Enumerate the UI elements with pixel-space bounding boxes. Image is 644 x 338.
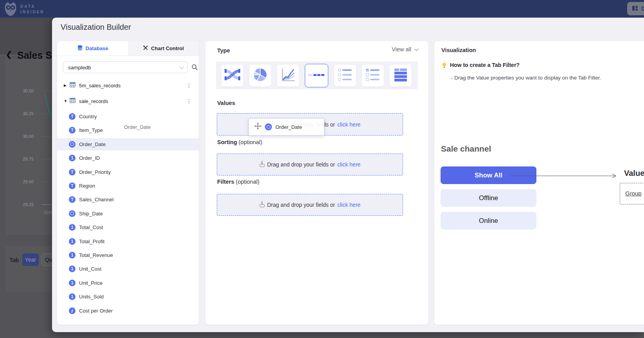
tab-database[interactable]: Database [57,41,128,56]
radio-filter-icon [338,68,353,83]
dashboard-button[interactable]: D [627,2,644,15]
background-year-button[interactable]: Year [22,253,39,266]
chart-type-strip: Tab [216,61,418,89]
values-section-label: Values [217,100,235,106]
field-name: Total_Profit [79,239,104,244]
line-chart-icon [280,67,296,84]
table-chart-icon [394,68,408,83]
table-name: 5m_sales_records [79,83,121,89]
field-row-Order_ID[interactable]: 1Order_ID [57,152,199,164]
tip-body: - Drag the Value properties you want to … [451,75,601,81]
text-field-icon: T [69,169,76,175]
field-name: Sales_Channel [79,197,113,202]
chevron-down-icon [414,47,419,51]
filters-section-label: Filters (optional) [217,179,259,185]
chart-type-tab-filter[interactable]: Tab [305,64,328,87]
chart-type-line-chart[interactable] [277,65,299,87]
tools-icon [143,45,148,52]
drag-hand-icon [259,201,265,209]
chart-type-checkbox-filter[interactable] [362,65,384,87]
tab-filter-icon: Tab [308,72,325,79]
filters-click-here-link[interactable]: click here [337,202,360,208]
chart-type-sankey-chart[interactable] [221,65,243,87]
move-icon [254,123,261,131]
dragged-field-label: Order_Date [275,124,302,130]
drag-hand-icon [259,161,265,168]
field-row-Total_Profit[interactable]: 1Total_Profit [57,235,199,248]
date-field-icon [265,123,272,130]
field-name: Region [79,183,95,189]
caret-down-icon[interactable]: ▼ [64,99,68,103]
text-field-icon: T [69,113,76,120]
field-row-Region[interactable]: TRegion [57,180,199,192]
top-navbar: DATAINSIDER D [0,0,644,18]
number-field-icon: 1 [69,280,76,286]
field-row-Order_Date[interactable]: Order_Date [57,138,199,150]
tab-chart-control[interactable]: Chart Control [128,41,199,56]
chart-type-radio-filter[interactable] [334,65,356,87]
field-name: Order_ID [79,155,100,161]
view-all-dropdown[interactable]: View all [392,46,417,52]
field-name: Item_Type [79,127,103,133]
table-row-sale_records[interactable]: ▼sale_records⋮ [57,96,199,107]
field-name: Total_Revenue [79,252,113,258]
caret-right-icon[interactable]: ▶ [64,83,68,87]
field-row-Order_Priority[interactable]: TOrder_Priority [57,166,199,178]
filters-dropzone[interactable]: Drag and drop your fields or click here [217,194,403,216]
field-name: Order_Priority [79,169,111,175]
sorting-placeholder: Drag and drop your fields or [267,161,335,168]
field-row-Sales_Channel[interactable]: TSales_Channel [57,193,199,206]
app-logo[interactable]: DATAINSIDER [4,1,45,18]
number-field-icon: 1 [69,252,76,258]
chart-type-table-chart[interactable] [390,65,412,87]
layout-icon [632,5,638,13]
table-icon [70,82,76,89]
sankey-chart-icon [225,67,240,84]
field-name: Unit_Cost [79,266,101,272]
background-tab-filter-card: Tab Year Qu [5,246,52,292]
database-panel: Database Chart Control sampledb [57,41,199,325]
database-select[interactable]: sampledb [63,61,188,73]
table-menu-icon[interactable]: ⋮ [186,98,192,104]
sorting-click-here-link[interactable]: click here [337,161,360,168]
field-name: Unit_Price [79,280,103,286]
field-row-Unit_Cost[interactable]: 1Unit_Cost [57,263,199,275]
filters-placeholder: Drag and drop your fields or [267,202,335,208]
chevron-down-icon [180,65,184,69]
chart-type-pie-chart[interactable] [249,65,271,87]
field-row-Units_Sold[interactable]: 1Units_Sold [57,291,199,303]
annotation-group-link[interactable]: Group [625,190,642,197]
field-row-Total_Revenue[interactable]: 1Total_Revenue [57,249,199,261]
number-field-icon: 1 [69,293,76,300]
option-button-offline[interactable]: Offline [441,189,536,207]
function-field-icon: ƒ [69,307,76,314]
values-click-here-link[interactable]: click here [337,121,360,128]
svg-text:Tab: Tab [308,74,312,76]
table-icon [70,98,76,105]
view-all-label: View all [392,46,411,52]
search-icon[interactable] [191,64,198,72]
field-row-Ship_Date[interactable]: Ship_Date [57,208,199,220]
table-menu-icon[interactable]: ⋮ [186,82,192,89]
date-field-icon [69,141,76,148]
field-row-Cost-per-Order[interactable]: ƒCost per Order [57,305,199,317]
option-button-online[interactable]: Online [441,212,536,230]
table-name: sale_records [79,98,108,104]
owl-logo-icon [4,1,17,18]
database-select-value: sampledb [68,65,91,70]
field-row-Country[interactable]: TCountry [57,110,199,123]
field-row-Total_Cost[interactable]: 1Total_Cost [57,221,199,233]
field-name: Units_Sold [79,294,104,300]
table-row-5m_sales_records[interactable]: ▶5m_sales_records⋮ [57,80,199,91]
sorting-section-label: Sorting (optional) [217,139,262,145]
sorting-dropzone[interactable]: Drag and drop your fields or click here [217,154,403,175]
dragged-field-chip[interactable]: Order_Date [248,118,324,136]
field-row-Unit_Price[interactable]: 1Unit_Price [57,277,199,289]
number-field-icon: 1 [69,155,76,161]
number-field-icon: 1 [69,238,76,245]
type-section-label: Type [217,47,230,54]
dashboard-button-label: D [641,5,644,12]
date-field-icon [69,210,76,217]
text-field-icon: T [69,183,76,189]
lightbulb-icon [441,61,448,70]
